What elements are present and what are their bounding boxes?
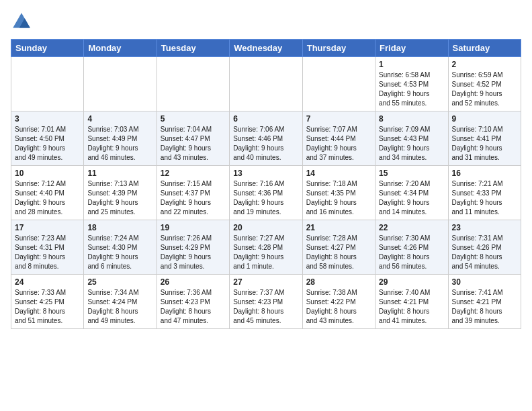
day-cell: 10Sunrise: 7:12 AM Sunset: 4:40 PM Dayli… (11, 166, 84, 220)
day-cell (157, 57, 229, 111)
day-number: 29 (379, 277, 444, 287)
day-number: 8 (379, 114, 444, 124)
day-info: Sunrise: 6:59 AM Sunset: 4:52 PM Dayligh… (452, 71, 517, 108)
day-cell: 23Sunrise: 7:31 AM Sunset: 4:26 PM Dayli… (448, 220, 521, 275)
day-number: 28 (306, 277, 371, 287)
day-info: Sunrise: 7:15 AM Sunset: 4:37 PM Dayligh… (161, 179, 226, 217)
day-cell: 25Sunrise: 7:34 AM Sunset: 4:24 PM Dayli… (84, 275, 157, 329)
header (11, 11, 521, 32)
day-cell: 1Sunrise: 6:58 AM Sunset: 4:53 PM Daylig… (375, 57, 448, 111)
day-cell: 5Sunrise: 7:04 AM Sunset: 4:47 PM Daylig… (157, 111, 229, 166)
day-info: Sunrise: 7:24 AM Sunset: 4:30 PM Dayligh… (87, 234, 152, 271)
day-info: Sunrise: 7:41 AM Sunset: 4:21 PM Dayligh… (452, 288, 517, 326)
header-row: SundayMondayTuesdayWednesdayThursdayFrid… (11, 40, 521, 57)
day-number: 14 (306, 169, 371, 178)
day-info: Sunrise: 7:13 AM Sunset: 4:39 PM Dayligh… (87, 179, 152, 217)
logo (11, 11, 35, 32)
day-number: 30 (452, 277, 517, 287)
col-header-monday: Monday (84, 40, 157, 57)
day-info: Sunrise: 7:20 AM Sunset: 4:34 PM Dayligh… (379, 179, 444, 217)
day-number: 22 (379, 223, 444, 232)
day-number: 5 (161, 114, 226, 124)
day-cell: 4Sunrise: 7:03 AM Sunset: 4:49 PM Daylig… (84, 111, 157, 166)
day-cell (11, 57, 84, 111)
col-header-thursday: Thursday (302, 40, 375, 57)
day-cell: 3Sunrise: 7:01 AM Sunset: 4:50 PM Daylig… (11, 111, 84, 166)
day-info: Sunrise: 7:28 AM Sunset: 4:27 PM Dayligh… (306, 234, 371, 271)
day-cell: 14Sunrise: 7:18 AM Sunset: 4:35 PM Dayli… (302, 166, 375, 220)
day-info: Sunrise: 7:37 AM Sunset: 4:23 PM Dayligh… (233, 288, 298, 326)
day-number: 13 (233, 169, 298, 178)
col-header-friday: Friday (375, 40, 448, 57)
day-cell: 29Sunrise: 7:40 AM Sunset: 4:21 PM Dayli… (375, 275, 448, 329)
day-info: Sunrise: 7:33 AM Sunset: 4:25 PM Dayligh… (15, 288, 80, 326)
calendar-table: SundayMondayTuesdayWednesdayThursdayFrid… (11, 39, 521, 329)
day-cell: 13Sunrise: 7:16 AM Sunset: 4:36 PM Dayli… (230, 166, 302, 220)
day-number: 1 (379, 60, 444, 69)
day-info: Sunrise: 7:27 AM Sunset: 4:28 PM Dayligh… (233, 234, 298, 271)
col-header-sunday: Sunday (11, 40, 84, 57)
day-cell: 17Sunrise: 7:23 AM Sunset: 4:31 PM Dayli… (11, 220, 84, 275)
day-number: 19 (161, 223, 226, 232)
day-number: 11 (87, 169, 152, 178)
col-header-wednesday: Wednesday (230, 40, 302, 57)
day-number: 24 (15, 277, 80, 287)
day-info: Sunrise: 7:09 AM Sunset: 4:43 PM Dayligh… (379, 125, 444, 163)
day-cell: 15Sunrise: 7:20 AM Sunset: 4:34 PM Dayli… (375, 166, 448, 220)
day-number: 2 (452, 60, 517, 69)
day-cell: 22Sunrise: 7:30 AM Sunset: 4:26 PM Dayli… (375, 220, 448, 275)
day-cell: 8Sunrise: 7:09 AM Sunset: 4:43 PM Daylig… (375, 111, 448, 166)
day-cell: 27Sunrise: 7:37 AM Sunset: 4:23 PM Dayli… (230, 275, 302, 329)
logo-icon (11, 11, 32, 32)
col-header-saturday: Saturday (448, 40, 521, 57)
week-row-1: 1Sunrise: 6:58 AM Sunset: 4:53 PM Daylig… (11, 57, 521, 111)
day-info: Sunrise: 7:31 AM Sunset: 4:26 PM Dayligh… (452, 234, 517, 271)
day-cell: 28Sunrise: 7:38 AM Sunset: 4:22 PM Dayli… (302, 275, 375, 329)
day-cell: 18Sunrise: 7:24 AM Sunset: 4:30 PM Dayli… (84, 220, 157, 275)
day-cell: 16Sunrise: 7:21 AM Sunset: 4:33 PM Dayli… (448, 166, 521, 220)
week-row-3: 10Sunrise: 7:12 AM Sunset: 4:40 PM Dayli… (11, 166, 521, 220)
day-info: Sunrise: 6:58 AM Sunset: 4:53 PM Dayligh… (379, 71, 444, 108)
day-number: 27 (233, 277, 298, 287)
day-info: Sunrise: 7:04 AM Sunset: 4:47 PM Dayligh… (161, 125, 226, 163)
day-number: 15 (379, 169, 444, 178)
day-info: Sunrise: 7:06 AM Sunset: 4:46 PM Dayligh… (233, 125, 298, 163)
day-cell: 24Sunrise: 7:33 AM Sunset: 4:25 PM Dayli… (11, 275, 84, 329)
week-row-2: 3Sunrise: 7:01 AM Sunset: 4:50 PM Daylig… (11, 111, 521, 166)
week-row-4: 17Sunrise: 7:23 AM Sunset: 4:31 PM Dayli… (11, 220, 521, 275)
day-info: Sunrise: 7:36 AM Sunset: 4:23 PM Dayligh… (161, 288, 226, 326)
day-number: 6 (233, 114, 298, 124)
day-number: 25 (87, 277, 152, 287)
day-cell (84, 57, 157, 111)
day-number: 23 (452, 223, 517, 232)
day-cell: 19Sunrise: 7:26 AM Sunset: 4:29 PM Dayli… (157, 220, 229, 275)
day-number: 21 (306, 223, 371, 232)
day-info: Sunrise: 7:03 AM Sunset: 4:49 PM Dayligh… (87, 125, 152, 163)
day-info: Sunrise: 7:34 AM Sunset: 4:24 PM Dayligh… (87, 288, 152, 326)
day-number: 17 (15, 223, 80, 232)
day-info: Sunrise: 7:12 AM Sunset: 4:40 PM Dayligh… (15, 179, 80, 217)
day-info: Sunrise: 7:38 AM Sunset: 4:22 PM Dayligh… (306, 288, 371, 326)
day-number: 20 (233, 223, 298, 232)
day-cell: 21Sunrise: 7:28 AM Sunset: 4:27 PM Dayli… (302, 220, 375, 275)
day-info: Sunrise: 7:26 AM Sunset: 4:29 PM Dayligh… (161, 234, 226, 271)
day-info: Sunrise: 7:21 AM Sunset: 4:33 PM Dayligh… (452, 179, 517, 217)
day-cell: 30Sunrise: 7:41 AM Sunset: 4:21 PM Dayli… (448, 275, 521, 329)
day-cell: 20Sunrise: 7:27 AM Sunset: 4:28 PM Dayli… (230, 220, 302, 275)
day-info: Sunrise: 7:30 AM Sunset: 4:26 PM Dayligh… (379, 234, 444, 271)
day-info: Sunrise: 7:10 AM Sunset: 4:41 PM Dayligh… (452, 125, 517, 163)
day-cell (302, 57, 375, 111)
day-number: 4 (87, 114, 152, 124)
col-header-tuesday: Tuesday (157, 40, 229, 57)
day-number: 26 (161, 277, 226, 287)
day-number: 18 (87, 223, 152, 232)
day-info: Sunrise: 7:01 AM Sunset: 4:50 PM Dayligh… (15, 125, 80, 163)
day-number: 7 (306, 114, 371, 124)
day-cell: 26Sunrise: 7:36 AM Sunset: 4:23 PM Dayli… (157, 275, 229, 329)
day-number: 16 (452, 169, 517, 178)
day-cell: 2Sunrise: 6:59 AM Sunset: 4:52 PM Daylig… (448, 57, 521, 111)
day-cell: 7Sunrise: 7:07 AM Sunset: 4:44 PM Daylig… (302, 111, 375, 166)
day-number: 12 (161, 169, 226, 178)
day-info: Sunrise: 7:18 AM Sunset: 4:35 PM Dayligh… (306, 179, 371, 217)
day-cell: 12Sunrise: 7:15 AM Sunset: 4:37 PM Dayli… (157, 166, 229, 220)
